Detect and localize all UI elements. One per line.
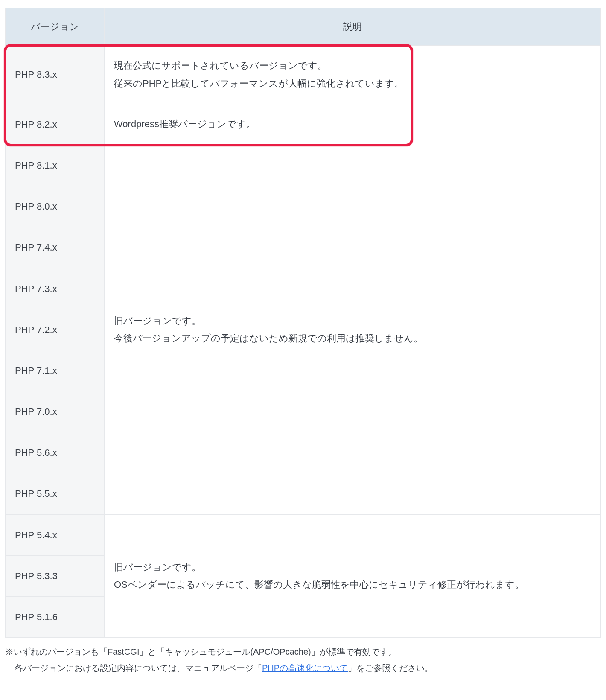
note-line-2: 各バージョンにおける設定内容については、マニュアルページ「PHPの高速化について… [5,660,601,676]
table-row: PHP 8.1.x旧バージョンです。今後バージョンアップの予定はないため新規での… [6,145,601,186]
php-version-table-wrap: バージョン 説明 PHP 8.3.x現在公式にサポートされているバージョンです。… [5,8,601,638]
header-version: バージョン [6,8,105,46]
table-row: PHP 8.2.xWordpress推奨バージョンです。 [6,104,601,145]
version-cell: PHP 7.2.x [6,309,105,350]
version-cell: PHP 7.0.x [6,391,105,432]
footer-notes: ※いずれのバージョンも「FastCGI」と「キャッシュモジュール(APC/OPc… [5,644,601,676]
version-cell: PHP 8.2.x [6,104,105,145]
table-row: PHP 5.4.x旧バージョンです。OSベンダーによるパッチにて、影響の大きな脆… [6,514,601,555]
php-speedup-link[interactable]: PHPの高速化について [262,663,348,673]
version-cell: PHP 5.5.x [6,473,105,514]
note-line-1: ※いずれのバージョンも「FastCGI」と「キャッシュモジュール(APC/OPc… [5,647,396,656]
version-cell: PHP 7.1.x [6,350,105,391]
table-header-row: バージョン 説明 [6,8,601,46]
header-description: 説明 [105,8,601,46]
table-row: PHP 8.3.x現在公式にサポートされているバージョンです。従来のPHPと比較… [6,46,601,104]
version-cell: PHP 5.3.3 [6,555,105,596]
note-line-2-suffix: 」をご参照ください。 [348,663,433,673]
version-cell: PHP 5.1.6 [6,597,105,638]
php-version-table: バージョン 説明 PHP 8.3.x現在公式にサポートされているバージョンです。… [5,8,601,638]
version-cell: PHP 7.3.x [6,268,105,309]
description-cell: 旧バージョンです。今後バージョンアップの予定はないため新規での利用は推奨しません… [105,145,601,514]
version-cell: PHP 5.6.x [6,432,105,473]
note-line-2-prefix: 各バージョンにおける設定内容については、マニュアルページ「 [15,663,262,673]
version-cell: PHP 5.4.x [6,514,105,555]
description-cell: 現在公式にサポートされているバージョンです。従来のPHPと比較してパフォーマンス… [105,46,601,104]
version-cell: PHP 8.3.x [6,46,105,104]
version-cell: PHP 8.1.x [6,145,105,186]
version-cell: PHP 7.4.x [6,227,105,268]
description-cell: 旧バージョンです。OSベンダーによるパッチにて、影響の大きな脆弱性を中心にセキュ… [105,514,601,638]
description-cell: Wordpress推奨バージョンです。 [105,104,601,145]
version-cell: PHP 8.0.x [6,186,105,227]
